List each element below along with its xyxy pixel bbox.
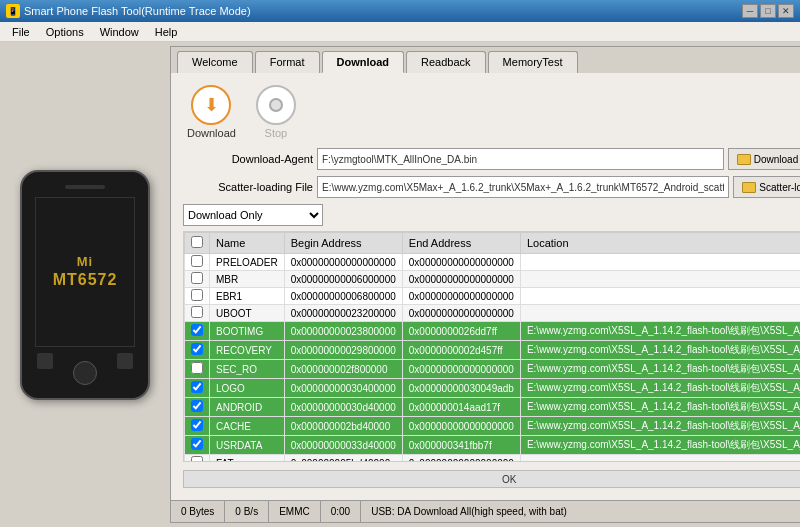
content-area: ⬇ Download Stop Download-Agent Downloa [171,73,800,500]
file-table-container: Name Begin Address End Address Location … [183,231,800,462]
checkbox-SEC_RO[interactable] [191,362,203,374]
cell-location: E:\www.yzmg.com\X5SL_A_1.14.2_flash-tool… [520,398,800,417]
phone-panel: Mi MT6572 [0,42,170,527]
select-all-checkbox[interactable] [191,236,203,248]
tab-welcome[interactable]: Welcome [177,51,253,73]
maximize-button[interactable]: □ [760,4,776,18]
close-button[interactable]: ✕ [778,4,794,18]
checkbox-EBR1[interactable] [191,289,203,301]
dropdown-row: Download Only Firmware Upgrade Custom Do… [177,201,800,229]
scatter-input[interactable] [317,176,729,198]
col-checkbox [185,233,210,254]
menu-options[interactable]: Options [38,24,92,40]
checkbox-UBOOT[interactable] [191,306,203,318]
checkbox-MBR[interactable] [191,272,203,284]
cell-name: BOOTIMG [210,322,285,341]
minimize-button[interactable]: ─ [742,4,758,18]
cell-begin: 0x00000000029800000 [284,341,402,360]
cell-begin: 0x00000000023800000 [284,322,402,341]
download-agent-button[interactable]: Download Agent [728,148,800,170]
download-mode-select[interactable]: Download Only Firmware Upgrade Custom Do… [183,204,323,226]
folder-icon [737,154,751,165]
cell-begin: 0x000000005bd40000 [284,455,402,463]
table-row: SEC_RO0x000000002f8000000x00000000000000… [185,360,801,379]
cell-location: E:\www.yzmg.com\X5SL_A_1.14.2_flash-tool… [520,417,800,436]
cell-location: E:\www.yzmg.com\X5SL_A_1.14.2_flash-tool… [520,360,800,379]
tab-readback[interactable]: Readback [406,51,486,73]
checkbox-CACHE[interactable] [191,419,203,431]
stop-button[interactable]: Stop [256,85,296,139]
toolbar: ⬇ Download Stop [177,79,800,145]
download-agent-input[interactable] [317,148,724,170]
cell-name: EBR1 [210,288,285,305]
cell-end: 0x0000000002d457ff [402,341,520,360]
tab-bar: Welcome Format Download Readback MemoryT… [171,47,800,73]
menu-help[interactable]: Help [147,24,186,40]
download-label: Download [187,127,236,139]
stop-icon-circle [256,85,296,125]
cell-location [520,305,800,322]
cell-begin: 0x00000000030400000 [284,379,402,398]
cell-name: USRDATA [210,436,285,455]
download-agent-label: Download-Agent [183,153,313,165]
col-location: Location [520,233,800,254]
scatter-loading-button[interactable]: Scatter-loading [733,176,800,198]
cell-name: UBOOT [210,305,285,322]
status-storage: EMMC [269,501,321,522]
row-checkbox-cell [185,322,210,341]
row-checkbox-cell [185,288,210,305]
cell-location: E:\www.yzmg.com\X5SL_A_1.14.2_flash-tool… [520,379,800,398]
status-message: USB: DA Download All(high speed, with ba… [361,501,800,522]
cell-begin: 0x00000000033d40000 [284,436,402,455]
menu-window[interactable]: Window [92,24,147,40]
stop-label: Stop [265,127,288,139]
menu-file[interactable]: File [4,24,38,40]
checkbox-RECOVERY[interactable] [191,343,203,355]
table-row: EBR10x000000000068000000x000000000000000… [185,288,801,305]
download-button[interactable]: ⬇ Download [187,85,236,139]
cell-begin: 0x00000000023200000 [284,305,402,322]
cell-end: 0x00000000000000000 [402,254,520,271]
cell-end: 0x0000000026dd7ff [402,322,520,341]
tab-format[interactable]: Format [255,51,320,73]
window-controls: ─ □ ✕ [742,4,794,18]
cell-location [520,288,800,305]
tab-download[interactable]: Download [322,51,405,73]
cell-end: 0x000000341fbb7f [402,436,520,455]
cell-name: CACHE [210,417,285,436]
cell-location: E:\www.yzmg.com\X5SL_A_1.14.2_flash-tool… [520,322,800,341]
row-checkbox-cell [185,254,210,271]
phone-speaker [65,185,105,189]
tab-memorytest[interactable]: MemoryTest [488,51,578,73]
row-checkbox-cell [185,360,210,379]
row-checkbox-cell [185,341,210,360]
col-end: End Address [402,233,520,254]
row-checkbox-cell [185,417,210,436]
checkbox-PRELOADER[interactable] [191,255,203,267]
cell-begin: 0x000000002f800000 [284,360,402,379]
phone-menu-btn [117,353,133,369]
cell-name: PRELOADER [210,254,285,271]
status-bytes: 0 Bytes [171,501,225,522]
bytes-value: 0 Bytes [181,506,214,517]
scatter-label: Scatter-loading File [183,181,313,193]
row-checkbox-cell [185,436,210,455]
table-row: ANDROID0x00000000030d400000x000000014aad… [185,398,801,417]
checkbox-USRDATA[interactable] [191,438,203,450]
file-table: Name Begin Address End Address Location … [184,232,800,462]
col-name: Name [210,233,285,254]
progress-area: OK [177,464,800,494]
cell-name: MBR [210,271,285,288]
phone-brand: Mi [53,254,118,269]
checkbox-FAT[interactable] [191,456,203,462]
app-icon: 📱 [6,4,20,18]
cell-end: 0x00000000000000000 [402,271,520,288]
checkbox-LOGO[interactable] [191,381,203,393]
menu-bar: File Options Window Help [0,22,800,42]
checkbox-BOOTIMG[interactable] [191,324,203,336]
checkbox-ANDROID[interactable] [191,400,203,412]
cell-begin: 0x00000000000000000 [284,254,402,271]
table-row: BOOTIMG0x000000000238000000x0000000026dd… [185,322,801,341]
cell-name: RECOVERY [210,341,285,360]
table-row: MBR0x000000000060000000x0000000000000000… [185,271,801,288]
